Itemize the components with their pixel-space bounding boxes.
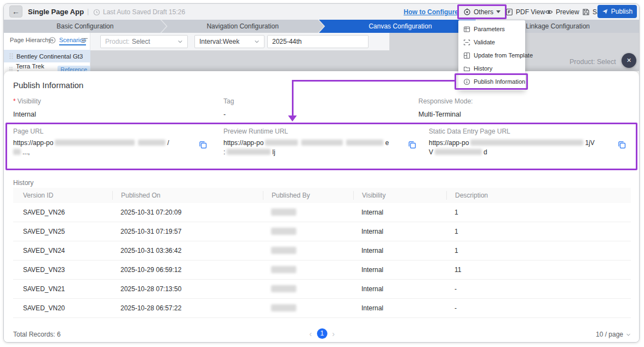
cell-visibility: Internal [353,266,446,274]
tab-canvas-configuration[interactable]: Canvas Configuration [319,20,482,33]
save-icon [582,8,590,16]
title-divider: | [87,7,89,15]
table-header: Version ID Published On Published By Vis… [13,188,631,203]
redacted-text [138,140,165,146]
page-size-select[interactable]: 10 / page [596,331,631,338]
product-select[interactable]: Product: Select [100,35,188,48]
list-icon[interactable] [81,37,88,44]
copy-icon[interactable] [408,141,416,149]
product-select-value: Select [132,38,150,45]
preview-runtime-url-label: Preview Runtime URL [223,128,288,135]
cell-published-on: 2025-10-29 06:59:12 [112,266,263,274]
pdf-icon [505,8,513,16]
cell-published-on: 2025-10-31 07:20:09 [112,209,263,216]
cell-published-on: 2025-10-28 06:57:22 [112,304,263,312]
redacted-text [265,140,298,146]
how-to-configure-link[interactable]: How to Configure [404,8,458,16]
cell-published-by [263,209,353,217]
info-icon [463,78,470,85]
menu-item-update-from-template[interactable]: Update from Template [458,49,525,62]
page-url-value-line2: ..., [13,148,30,156]
visibility-label: *Visibility [13,97,41,105]
tab-navigation-configuration[interactable]: Navigation Configuration [162,20,324,33]
redacted-text [271,304,296,311]
eye-icon [545,8,553,16]
cell-published-by [263,285,353,293]
table-row: SAVED_VN252025-10-31 07:19:57Internal1 [13,222,631,241]
table-row: SAVED_VN232025-10-29 06:59:12Internal11 [13,261,631,280]
others-label: Others [474,8,493,16]
chevron-down-icon [254,39,260,44]
copy-icon[interactable] [618,141,626,149]
redacted-text [301,140,343,146]
autosave-status: Last Auto Saved Draft 15:26 [93,8,185,16]
sidebar-item-scenario[interactable]: Bentley Continental Gt3 [4,50,90,62]
annotation-arrow-head [288,115,297,122]
cell-published-by [263,266,353,274]
menu-item-validate[interactable]: Validate [458,36,525,49]
page-url-value: https://app-po/ [13,139,169,147]
annotation-arrow-line [292,80,294,116]
preview-button[interactable]: Preview [545,4,579,20]
history-section-label: History [13,179,33,187]
cell-published-on: 2025-10-31 07:19:57 [112,228,263,235]
send-icon [602,8,608,15]
clock-icon [93,9,100,16]
publish-label: Publish [611,8,633,15]
redacted-text [271,247,296,254]
page-number[interactable]: 1 [317,328,327,339]
menu-item-history[interactable]: History [458,62,525,75]
history-icon [463,65,470,72]
cell-visibility: Internal [353,285,446,293]
redacted-text [271,285,296,292]
panel-title: Publish Information [13,80,83,90]
interval-select[interactable]: Interval:Week [194,35,264,48]
others-button[interactable]: Others [457,4,507,19]
redacted-text [55,140,135,146]
cell-published-by [263,228,353,236]
cell-version-id: SAVED_VN20 [13,304,112,312]
pdf-view-button[interactable]: PDF View [505,4,545,20]
sidebar-tabs: Page Hierarchy Scenarios [4,35,90,46]
plus-circle-icon[interactable] [49,37,56,44]
tab-page-hierarchy[interactable]: Page Hierarchy [10,37,51,43]
page-url-label: Page URL [13,128,43,135]
redacted-text [271,266,296,273]
cell-visibility: Internal [353,209,446,216]
back-button[interactable]: ← [9,5,22,18]
interval-select-value: Interval:Week [199,38,239,45]
next-page-button[interactable]: › [332,329,335,338]
responsive-mode-value: Multi-Terminal [418,111,461,118]
modal-close-button[interactable]: × [622,53,636,68]
pagination: ‹ 1 › [309,328,335,339]
cell-version-id: SAVED_VN24 [13,247,112,255]
publish-information-panel: Publish Information *Visibility Internal… [4,71,639,342]
annotation-arrow-line [292,80,455,82]
chevron-down-icon [626,332,631,337]
cell-description: 11 [446,266,631,274]
sidebar: Page Hierarchy Scenarios Bentley Contine… [4,33,90,71]
menu-item-label: Update from Template [474,52,533,59]
menu-item-label: Validate [474,39,495,45]
publish-button[interactable]: Publish [597,5,637,18]
redacted-text [346,140,383,146]
chevron-down-icon [496,10,501,13]
menu-item-publish-information[interactable]: Publish Information [458,75,525,88]
history-table-body: SAVED_VN262025-10-31 07:20:09Internal1SA… [13,203,631,318]
total-records: Total Records: 6 [13,331,61,338]
tab-basic-configuration[interactable]: Basic Configuration [4,20,166,33]
cell-published-by [263,247,353,255]
responsive-mode-label: Responsive Mode: [418,97,473,105]
prev-page-button[interactable]: ‹ [309,329,312,338]
cell-version-id: SAVED_VN21 [13,285,112,293]
tag-label: Tag [223,97,234,105]
cell-description: 1 [446,228,631,235]
preview-runtime-url-value: https://app-poe [223,139,389,147]
drag-handle-icon[interactable] [9,53,13,59]
week-input[interactable]: 2025-44th [267,35,369,48]
app-window: ← Single Page App | Last Auto Saved Draf… [3,3,640,343]
menu-item-parameters[interactable]: Parameters [458,22,525,36]
copy-icon[interactable] [199,141,207,149]
validate-icon [463,39,470,46]
menu-item-label: History [474,65,492,72]
